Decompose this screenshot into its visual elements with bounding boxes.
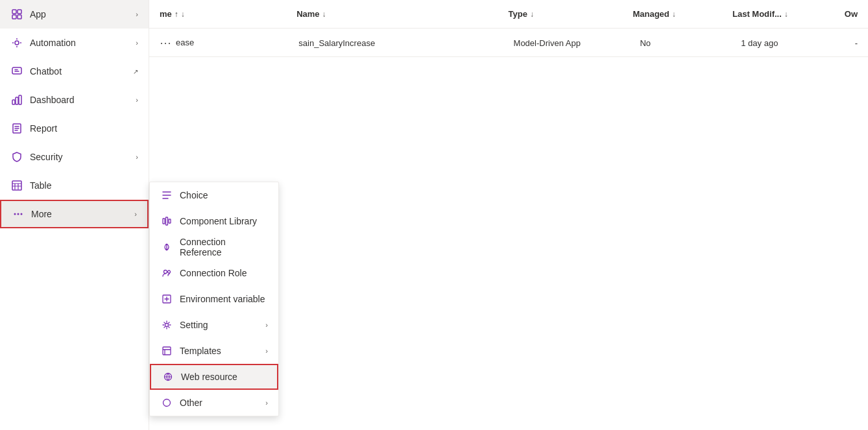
row-type-value: Model-Driven App xyxy=(514,38,581,48)
submenu-item-other[interactable]: Other › xyxy=(150,390,278,416)
row-modified-value: 1 day ago xyxy=(741,38,778,48)
sidebar-item-table-label: Table xyxy=(30,180,138,191)
submenu-item-web-resource[interactable]: Web resource xyxy=(150,364,278,390)
col-modified-label: Last Modif... xyxy=(732,9,782,19)
submenu-templates-label: Templates xyxy=(180,346,265,356)
sort-icon-type: ↓ xyxy=(530,10,534,19)
sort-icon-modified: ↓ xyxy=(784,10,788,19)
sidebar-item-app-label: App xyxy=(30,9,136,19)
setting-icon xyxy=(160,318,173,331)
sidebar-item-report[interactable]: Report xyxy=(0,114,149,143)
app-chevron-icon: › xyxy=(136,10,138,18)
sidebar-item-security[interactable]: Security › xyxy=(0,143,149,171)
row-managed-cell: No xyxy=(640,38,741,48)
col-header-name[interactable]: me ↑ ↓ xyxy=(160,9,296,19)
svg-rect-16 xyxy=(169,219,171,223)
svg-rect-10 xyxy=(12,181,21,190)
row-modified-cell: 1 day ago xyxy=(741,38,854,48)
row-owner-value: - xyxy=(855,38,858,48)
svg-rect-14 xyxy=(163,219,165,224)
other-chevron-icon: › xyxy=(265,399,268,407)
row-managed-value: No xyxy=(640,38,651,48)
sidebar-item-report-label: Report xyxy=(30,123,138,134)
col-header-type[interactable]: Type ↓ xyxy=(508,9,633,19)
connection-role-icon xyxy=(160,267,173,280)
submenu-item-component-library[interactable]: Component Library xyxy=(150,208,278,234)
svg-rect-5 xyxy=(12,67,21,74)
submenu-setting-label: Setting xyxy=(180,320,265,330)
row-dots[interactable]: ⋯ xyxy=(160,36,172,50)
col-managed-label: Managed xyxy=(633,9,669,19)
sidebar-item-chatbot[interactable]: Chatbot ↗ xyxy=(0,57,149,86)
col-fullname-label: Name xyxy=(296,9,319,19)
svg-rect-1 xyxy=(18,10,21,14)
external-link-icon: ↗ xyxy=(133,68,138,75)
col-header-owner: Ow xyxy=(845,9,858,19)
other-icon xyxy=(160,396,173,409)
main-content: me ↑ ↓ Name ↓ Type ↓ Managed ↓ Last Modi… xyxy=(0,0,868,430)
sidebar-item-table[interactable]: Table xyxy=(0,171,149,200)
row-name-value: ease xyxy=(176,38,194,47)
svg-rect-15 xyxy=(166,217,168,225)
svg-point-11 xyxy=(14,213,16,215)
sidebar-item-dashboard-label: Dashboard xyxy=(30,95,136,105)
submenu-item-choice[interactable]: Choice xyxy=(150,182,278,208)
submenu-item-connection-role[interactable]: Connection Role xyxy=(150,260,278,286)
sidebar-item-more[interactable]: More › xyxy=(0,200,149,228)
sidebar-item-dashboard[interactable]: Dashboard › xyxy=(0,86,149,114)
table-icon xyxy=(10,179,23,192)
col-header-managed[interactable]: Managed ↓ xyxy=(633,9,732,19)
svg-rect-7 xyxy=(16,97,18,104)
sort-icon-fullname: ↓ xyxy=(322,10,326,19)
submenu-flyout: Choice Component Library Connection Refe… xyxy=(149,182,279,416)
sidebar-item-app[interactable]: App › xyxy=(0,0,149,29)
templates-chevron-icon: › xyxy=(265,347,268,355)
table-row: ⋯ ease sain_SalaryIncrease Model-Driven … xyxy=(149,29,868,57)
sort-icon-managed: ↓ xyxy=(672,10,676,19)
row-name-cell: ⋯ ease xyxy=(160,36,298,50)
sort-up-icon: ↑ xyxy=(175,10,178,19)
submenu-connection-role-label: Connection Role xyxy=(180,268,268,278)
environment-variable-icon xyxy=(160,293,173,305)
svg-rect-21 xyxy=(163,347,171,355)
security-chevron-icon: › xyxy=(136,153,138,161)
report-icon xyxy=(10,122,23,135)
sidebar: App › Automation › Chatbot ↗ Dashboard › xyxy=(0,0,149,430)
col-header-modified[interactable]: Last Modif... ↓ xyxy=(732,9,845,19)
submenu-item-connection-reference[interactable]: Connection Reference xyxy=(150,234,278,260)
app-icon xyxy=(10,8,23,21)
submenu-item-environment-variable[interactable]: Environment variable xyxy=(150,286,278,312)
row-fullname-value: sain_SalaryIncrease xyxy=(298,38,375,48)
col-header-fullname[interactable]: Name ↓ xyxy=(296,9,508,19)
submenu-item-setting[interactable]: Setting › xyxy=(150,312,278,338)
svg-point-20 xyxy=(165,324,169,327)
col-type-label: Type xyxy=(508,9,527,19)
chatbot-icon xyxy=(10,65,23,78)
row-owner-cell: - xyxy=(855,38,858,48)
sidebar-item-more-label: More xyxy=(31,209,134,219)
svg-point-18 xyxy=(168,270,171,273)
dashboard-icon xyxy=(10,93,23,106)
row-fullname-cell: sain_SalaryIncrease xyxy=(298,38,513,48)
svg-point-13 xyxy=(21,213,23,215)
submenu-item-templates[interactable]: Templates › xyxy=(150,338,278,364)
sidebar-item-automation[interactable]: Automation › xyxy=(0,29,149,57)
submenu-other-label: Other xyxy=(180,398,265,408)
sidebar-item-chatbot-label: Chatbot xyxy=(30,66,132,77)
svg-rect-3 xyxy=(18,15,21,19)
submenu-connection-reference-label: Connection Reference xyxy=(180,237,268,257)
svg-point-23 xyxy=(163,400,171,407)
row-type-cell: Model-Driven App xyxy=(514,38,640,48)
submenu-choice-label: Choice xyxy=(180,190,268,200)
svg-rect-0 xyxy=(12,10,16,14)
automation-icon xyxy=(10,36,23,49)
connection-reference-icon xyxy=(160,241,173,254)
sidebar-item-automation-label: Automation xyxy=(30,38,136,48)
svg-rect-6 xyxy=(12,100,15,104)
col-owner-label: Ow xyxy=(845,9,858,19)
security-icon xyxy=(10,150,23,163)
svg-rect-2 xyxy=(12,15,16,19)
more-chevron-icon: › xyxy=(134,210,137,218)
component-library-icon xyxy=(160,215,173,228)
col-name-label: me xyxy=(160,9,172,19)
